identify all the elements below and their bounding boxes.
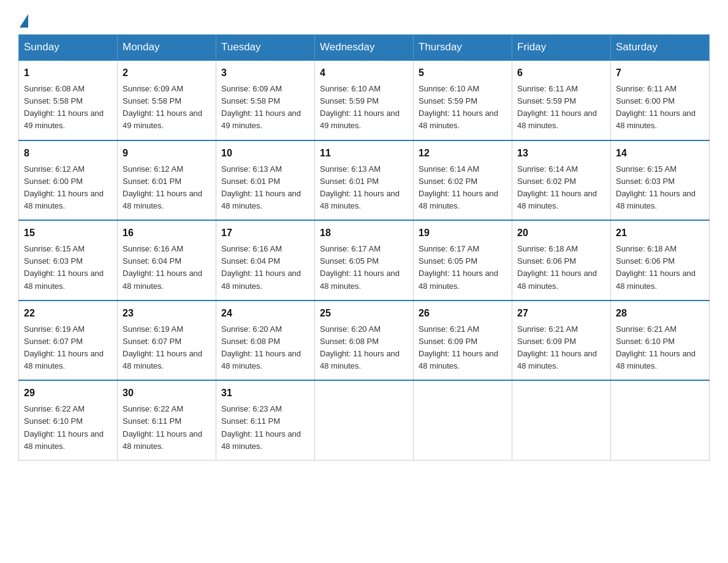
- day-info: Sunrise: 6:20 AMSunset: 6:08 PMDaylight:…: [221, 324, 301, 370]
- calendar-week-row: 15 Sunrise: 6:15 AMSunset: 6:03 PMDaylig…: [19, 220, 710, 301]
- day-info: Sunrise: 6:18 AMSunset: 6:06 PMDaylight:…: [616, 244, 696, 290]
- calendar-cell: 3 Sunrise: 6:09 AMSunset: 5:58 PMDayligh…: [216, 60, 315, 140]
- day-info: Sunrise: 6:12 AMSunset: 6:00 PMDaylight:…: [24, 164, 104, 210]
- day-number: 31: [221, 386, 309, 400]
- calendar-cell: 1 Sunrise: 6:08 AMSunset: 5:58 PMDayligh…: [19, 60, 118, 140]
- day-info: Sunrise: 6:19 AMSunset: 6:07 PMDaylight:…: [24, 324, 104, 370]
- logo: [18, 12, 28, 22]
- day-number: 1: [24, 66, 112, 80]
- day-number: 22: [24, 306, 112, 321]
- calendar-cell: 9 Sunrise: 6:12 AMSunset: 6:01 PMDayligh…: [118, 140, 216, 221]
- day-info: Sunrise: 6:18 AMSunset: 6:06 PMDaylight:…: [517, 244, 597, 290]
- calendar-cell: [414, 380, 512, 460]
- calendar-cell: 27 Sunrise: 6:21 AMSunset: 6:09 PMDaylig…: [512, 301, 611, 381]
- weekday-header-monday: Monday: [118, 35, 216, 61]
- day-number: 4: [320, 66, 408, 80]
- calendar-cell: 14 Sunrise: 6:15 AMSunset: 6:03 PMDaylig…: [611, 140, 710, 221]
- calendar-cell: [512, 380, 611, 460]
- calendar-cell: 10 Sunrise: 6:13 AMSunset: 6:01 PMDaylig…: [216, 140, 315, 221]
- day-number: 9: [123, 146, 211, 161]
- calendar-week-row: 29 Sunrise: 6:22 AMSunset: 6:10 PMDaylig…: [19, 380, 710, 460]
- day-info: Sunrise: 6:15 AMSunset: 6:03 PMDaylight:…: [616, 164, 696, 210]
- day-number: 2: [123, 66, 211, 80]
- day-info: Sunrise: 6:11 AMSunset: 5:59 PMDaylight:…: [517, 84, 597, 130]
- day-number: 29: [24, 386, 112, 400]
- weekday-header-row: SundayMondayTuesdayWednesdayThursdayFrid…: [19, 35, 710, 61]
- calendar-cell: 29 Sunrise: 6:22 AMSunset: 6:10 PMDaylig…: [19, 380, 118, 460]
- day-info: Sunrise: 6:11 AMSunset: 6:00 PMDaylight:…: [616, 84, 696, 130]
- day-info: Sunrise: 6:13 AMSunset: 6:01 PMDaylight:…: [320, 164, 400, 210]
- calendar-cell: 28 Sunrise: 6:21 AMSunset: 6:10 PMDaylig…: [611, 301, 710, 381]
- weekday-header-thursday: Thursday: [414, 35, 512, 61]
- day-info: Sunrise: 6:09 AMSunset: 5:58 PMDaylight:…: [221, 84, 301, 130]
- calendar-cell: 5 Sunrise: 6:10 AMSunset: 5:59 PMDayligh…: [414, 60, 512, 140]
- calendar-cell: [611, 380, 710, 460]
- day-info: Sunrise: 6:14 AMSunset: 6:02 PMDaylight:…: [517, 164, 597, 210]
- calendar-cell: 26 Sunrise: 6:21 AMSunset: 6:09 PMDaylig…: [414, 301, 512, 381]
- day-info: Sunrise: 6:19 AMSunset: 6:07 PMDaylight:…: [123, 324, 202, 370]
- calendar-cell: 16 Sunrise: 6:16 AMSunset: 6:04 PMDaylig…: [118, 220, 216, 301]
- calendar-cell: 24 Sunrise: 6:20 AMSunset: 6:08 PMDaylig…: [216, 301, 315, 381]
- day-number: 6: [517, 66, 605, 80]
- day-number: 3: [221, 66, 309, 80]
- day-number: 21: [616, 226, 704, 240]
- day-info: Sunrise: 6:17 AMSunset: 6:05 PMDaylight:…: [419, 244, 498, 290]
- day-number: 30: [123, 386, 211, 400]
- day-number: 12: [419, 146, 507, 161]
- calendar-cell: 11 Sunrise: 6:13 AMSunset: 6:01 PMDaylig…: [315, 140, 414, 221]
- day-number: 23: [123, 306, 211, 321]
- day-number: 5: [419, 66, 507, 80]
- day-info: Sunrise: 6:21 AMSunset: 6:10 PMDaylight:…: [616, 324, 696, 370]
- calendar-cell: 23 Sunrise: 6:19 AMSunset: 6:07 PMDaylig…: [118, 301, 216, 381]
- day-number: 20: [517, 226, 605, 240]
- calendar-cell: 31 Sunrise: 6:23 AMSunset: 6:11 PMDaylig…: [216, 380, 315, 460]
- calendar-cell: 25 Sunrise: 6:20 AMSunset: 6:08 PMDaylig…: [315, 301, 414, 381]
- day-number: 25: [320, 306, 408, 321]
- calendar-cell: 12 Sunrise: 6:14 AMSunset: 6:02 PMDaylig…: [414, 140, 512, 221]
- page-header: [18, 12, 710, 22]
- calendar-cell: 6 Sunrise: 6:11 AMSunset: 5:59 PMDayligh…: [512, 60, 611, 140]
- weekday-header-tuesday: Tuesday: [216, 35, 315, 61]
- day-number: 24: [221, 306, 309, 321]
- weekday-header-sunday: Sunday: [19, 35, 118, 61]
- day-number: 15: [24, 226, 112, 240]
- day-number: 7: [616, 66, 704, 80]
- day-info: Sunrise: 6:16 AMSunset: 6:04 PMDaylight:…: [221, 244, 301, 290]
- day-info: Sunrise: 6:14 AMSunset: 6:02 PMDaylight:…: [419, 164, 498, 210]
- day-number: 16: [123, 226, 211, 240]
- day-info: Sunrise: 6:23 AMSunset: 6:11 PMDaylight:…: [221, 404, 301, 450]
- day-info: Sunrise: 6:17 AMSunset: 6:05 PMDaylight:…: [320, 244, 400, 290]
- day-number: 28: [616, 306, 704, 321]
- day-info: Sunrise: 6:21 AMSunset: 6:09 PMDaylight:…: [517, 324, 597, 370]
- calendar-cell: 22 Sunrise: 6:19 AMSunset: 6:07 PMDaylig…: [19, 301, 118, 381]
- calendar-cell: 30 Sunrise: 6:22 AMSunset: 6:11 PMDaylig…: [118, 380, 216, 460]
- day-info: Sunrise: 6:22 AMSunset: 6:10 PMDaylight:…: [24, 404, 104, 450]
- day-number: 19: [419, 226, 507, 240]
- day-info: Sunrise: 6:08 AMSunset: 5:58 PMDaylight:…: [24, 84, 104, 130]
- weekday-header-friday: Friday: [512, 35, 611, 61]
- weekday-header-wednesday: Wednesday: [315, 35, 414, 61]
- day-info: Sunrise: 6:21 AMSunset: 6:09 PMDaylight:…: [419, 324, 498, 370]
- day-info: Sunrise: 6:10 AMSunset: 5:59 PMDaylight:…: [320, 84, 400, 130]
- calendar-cell: 19 Sunrise: 6:17 AMSunset: 6:05 PMDaylig…: [414, 220, 512, 301]
- day-info: Sunrise: 6:09 AMSunset: 5:58 PMDaylight:…: [123, 84, 202, 130]
- day-number: 8: [24, 146, 112, 161]
- weekday-header-saturday: Saturday: [611, 35, 710, 61]
- calendar-week-row: 8 Sunrise: 6:12 AMSunset: 6:00 PMDayligh…: [19, 140, 710, 221]
- day-number: 17: [221, 226, 309, 240]
- day-number: 10: [221, 146, 309, 161]
- calendar-cell: 18 Sunrise: 6:17 AMSunset: 6:05 PMDaylig…: [315, 220, 414, 301]
- day-info: Sunrise: 6:16 AMSunset: 6:04 PMDaylight:…: [123, 244, 202, 290]
- calendar-cell: 13 Sunrise: 6:14 AMSunset: 6:02 PMDaylig…: [512, 140, 611, 221]
- calendar-table: SundayMondayTuesdayWednesdayThursdayFrid…: [18, 34, 710, 461]
- calendar-cell: 2 Sunrise: 6:09 AMSunset: 5:58 PMDayligh…: [118, 60, 216, 140]
- calendar-cell: 4 Sunrise: 6:10 AMSunset: 5:59 PMDayligh…: [315, 60, 414, 140]
- day-number: 27: [517, 306, 605, 321]
- logo-arrow-icon: [20, 14, 28, 28]
- day-info: Sunrise: 6:15 AMSunset: 6:03 PMDaylight:…: [24, 244, 104, 290]
- day-info: Sunrise: 6:12 AMSunset: 6:01 PMDaylight:…: [123, 164, 202, 210]
- day-info: Sunrise: 6:22 AMSunset: 6:11 PMDaylight:…: [123, 404, 202, 450]
- calendar-week-row: 22 Sunrise: 6:19 AMSunset: 6:07 PMDaylig…: [19, 301, 710, 381]
- day-number: 14: [616, 146, 704, 161]
- day-number: 18: [320, 226, 408, 240]
